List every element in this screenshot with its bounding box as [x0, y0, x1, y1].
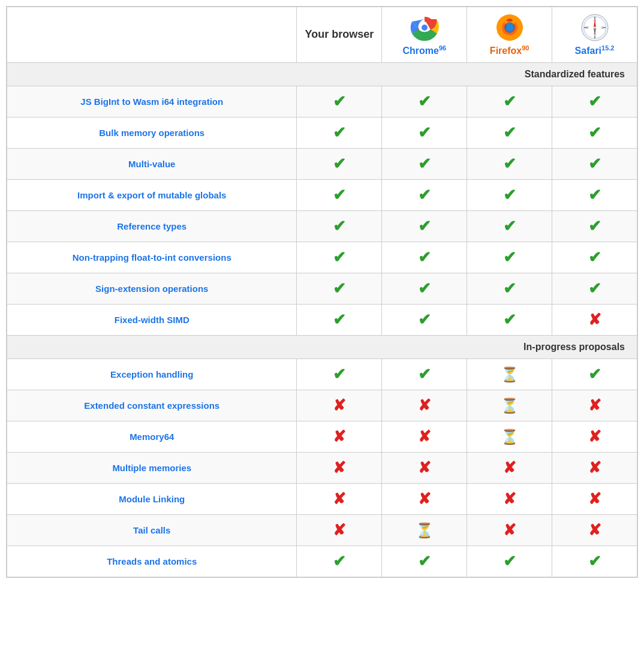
feature-cell: Multiple memories — [7, 453, 297, 484]
feature-name: Non-trapping float-to-int conversions — [73, 252, 231, 263]
chrome-cell: ✔ — [382, 273, 467, 305]
chrome-cell: ✘ — [382, 453, 467, 484]
firefox-cell: ⏳ — [467, 390, 552, 421]
svg-point-8 — [506, 24, 513, 31]
feature-cell: Memory64 — [7, 421, 297, 453]
table-row: Extended constant expressions ✘ ✘ ⏳ ✘ — [7, 390, 637, 421]
firefox-cell: ✔ — [467, 546, 552, 577]
firefox-cell: ✔ — [467, 117, 552, 149]
safari-cell: ✔ — [552, 117, 637, 149]
your-browser-cell: ✘ — [297, 515, 382, 546]
chrome-cell: ✔ — [382, 305, 467, 336]
section-header-row: In-progress proposals — [7, 336, 637, 359]
your-browser-cell: ✘ — [297, 453, 382, 484]
chrome-cell: ✘ — [382, 421, 467, 453]
safari-cell: ✘ — [552, 515, 637, 546]
firefox-cell: ✔ — [467, 149, 552, 180]
table-row: JS BigInt to Wasm i64 integration ✔ ✔ ✔ … — [7, 86, 637, 117]
feature-name: Bulk memory operations — [99, 128, 204, 138]
compatibility-table: Your browser — [6, 6, 638, 578]
feature-name: Multi-value — [128, 159, 175, 169]
your-browser-cell: ✔ — [297, 149, 382, 180]
firefox-icon — [495, 13, 524, 42]
your-browser-cell: ✘ — [297, 390, 382, 421]
safari-cell: ✘ — [552, 390, 637, 421]
firefox-version: 90 — [522, 44, 529, 52]
table-row: Multi-value ✔ ✔ ✔ ✔ — [7, 149, 637, 180]
feature-name: Exception handling — [110, 369, 193, 379]
safari-cell: ✘ — [552, 453, 637, 484]
your-browser-cell: ✔ — [297, 242, 382, 273]
chrome-cell: ✔ — [382, 359, 467, 390]
chrome-icon — [410, 13, 439, 42]
feature-cell: Module Linking — [7, 484, 297, 515]
chrome-name: Chrome96 — [402, 46, 446, 56]
firefox-cell: ✔ — [467, 180, 552, 211]
feature-name: Module Linking — [119, 494, 185, 504]
chrome-cell: ✔ — [382, 117, 467, 149]
safari-version: 15.2 — [601, 44, 614, 52]
feature-name: Import & export of mutable globals — [77, 190, 226, 200]
your-browser-cell: ✔ — [297, 180, 382, 211]
feature-cell: Reference types — [7, 211, 297, 242]
chrome-cell: ✔ — [382, 242, 467, 273]
firefox-cell: ✘ — [467, 453, 552, 484]
feature-name: Threads and atomics — [107, 556, 197, 566]
safari-cell: ✔ — [552, 211, 637, 242]
safari-cell: ✘ — [552, 305, 637, 336]
chrome-cell: ✘ — [382, 390, 467, 421]
feature-cell: Sign-extension operations — [7, 273, 297, 305]
firefox-header: Firefox90 — [467, 7, 552, 63]
your-browser-cell: ✔ — [297, 86, 382, 117]
chrome-cell: ✔ — [382, 211, 467, 242]
firefox-cell: ✘ — [467, 515, 552, 546]
table-row: Multiple memories ✘ ✘ ✘ ✘ — [7, 453, 637, 484]
your-browser-cell: ✔ — [297, 305, 382, 336]
table-row: Reference types ✔ ✔ ✔ ✔ — [7, 211, 637, 242]
section-header-row: Standardized features — [7, 63, 637, 86]
your-browser-cell: ✘ — [297, 421, 382, 453]
your-browser-cell: ✔ — [297, 273, 382, 305]
your-browser-cell: ✔ — [297, 211, 382, 242]
safari-cell: ✔ — [552, 86, 637, 117]
your-browser-cell: ✔ — [297, 117, 382, 149]
table-row: Memory64 ✘ ✘ ⏳ ✘ — [7, 421, 637, 453]
feature-name: Sign-extension operations — [95, 284, 208, 294]
table-row: Bulk memory operations ✔ ✔ ✔ ✔ — [7, 117, 637, 149]
safari-cell: ✔ — [552, 180, 637, 211]
safari-cell: ✔ — [552, 359, 637, 390]
table-row: Sign-extension operations ✔ ✔ ✔ ✔ — [7, 273, 637, 305]
svg-point-3 — [422, 25, 428, 31]
safari-cell: ✘ — [552, 421, 637, 453]
table-row: Exception handling ✔ ✔ ⏳ ✔ — [7, 359, 637, 390]
firefox-cell: ✔ — [467, 242, 552, 273]
safari-cell: ✔ — [552, 273, 637, 305]
section-title: Standardized features — [7, 63, 637, 86]
feature-name: Reference types — [117, 221, 186, 231]
feature-name: Multiple memories — [112, 463, 191, 473]
safari-cell: ✔ — [552, 242, 637, 273]
feature-name: Memory64 — [130, 432, 174, 442]
feature-cell: Bulk memory operations — [7, 117, 297, 149]
chrome-cell: ✔ — [382, 86, 467, 117]
your-browser-cell: ✘ — [297, 484, 382, 515]
chrome-version: 96 — [439, 44, 446, 52]
feature-name: Tail calls — [133, 525, 170, 535]
table-row: Non-trapping float-to-int conversions ✔ … — [7, 242, 637, 273]
chrome-cell: ✔ — [382, 149, 467, 180]
feature-cell: Non-trapping float-to-int conversions — [7, 242, 297, 273]
feature-name: JS BigInt to Wasm i64 integration — [80, 97, 223, 107]
feature-name: Extended constant expressions — [84, 400, 219, 411]
feature-cell: Multi-value — [7, 149, 297, 180]
firefox-cell: ✘ — [467, 484, 552, 515]
feature-cell: Fixed-width SIMD — [7, 305, 297, 336]
section-title: In-progress proposals — [7, 336, 637, 359]
table-body: Standardized features JS BigInt to Wasm … — [7, 63, 637, 577]
firefox-cell: ⏳ — [467, 421, 552, 453]
svg-text:W: W — [585, 26, 588, 29]
firefox-cell: ✔ — [467, 211, 552, 242]
safari-cell: ✔ — [552, 546, 637, 577]
safari-name: Safari15.2 — [575, 46, 615, 56]
feature-cell: Tail calls — [7, 515, 297, 546]
firefox-cell: ⏳ — [467, 359, 552, 390]
